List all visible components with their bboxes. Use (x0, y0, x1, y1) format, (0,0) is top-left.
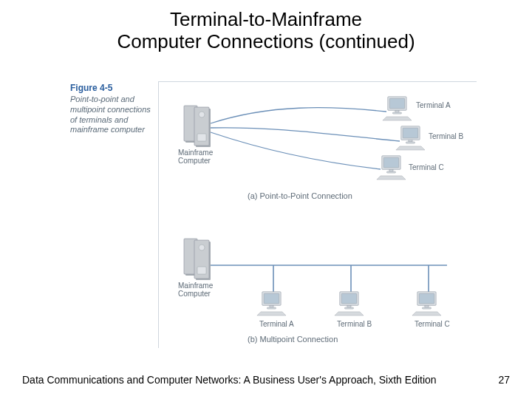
label-mainframe-a: Mainframe Computer (178, 149, 213, 165)
footer-text: Data Communications and Computer Network… (22, 374, 437, 386)
title-line-2: Computer Connections (continued) (117, 30, 415, 52)
slide-title: Terminal-to-Mainframe Computer Connectio… (0, 9, 532, 53)
label-terminal-b-top: Terminal B (429, 132, 463, 140)
title-line-1: Terminal-to-Mainframe (170, 8, 362, 30)
label-terminal-c-top: Terminal C (409, 163, 444, 171)
label-mainframe-b: Mainframe Computer (178, 282, 213, 298)
sub-caption-b: (b) Multipoint Connection (248, 335, 338, 344)
label-terminal-c-bot: Terminal C (415, 320, 450, 328)
diagram-panel: Mainframe Computer Terminal A Terminal B… (158, 81, 477, 348)
label-terminal-a-top: Terminal A (416, 101, 451, 109)
label-terminal-b-bot: Terminal B (337, 320, 372, 328)
slide-footer: Data Communications and Computer Network… (22, 374, 510, 386)
diagram-svg (159, 82, 477, 348)
sub-caption-a: (a) Point-to-Point Connection (248, 191, 352, 200)
slide: Terminal-to-Mainframe Computer Connectio… (0, 0, 532, 399)
page-number: 27 (498, 374, 510, 386)
label-terminal-a-bot: Terminal A (259, 320, 294, 328)
figure-caption: Point-to-point and multipoint connection… (70, 95, 151, 135)
figure-number: Figure 4-5 (70, 83, 112, 93)
